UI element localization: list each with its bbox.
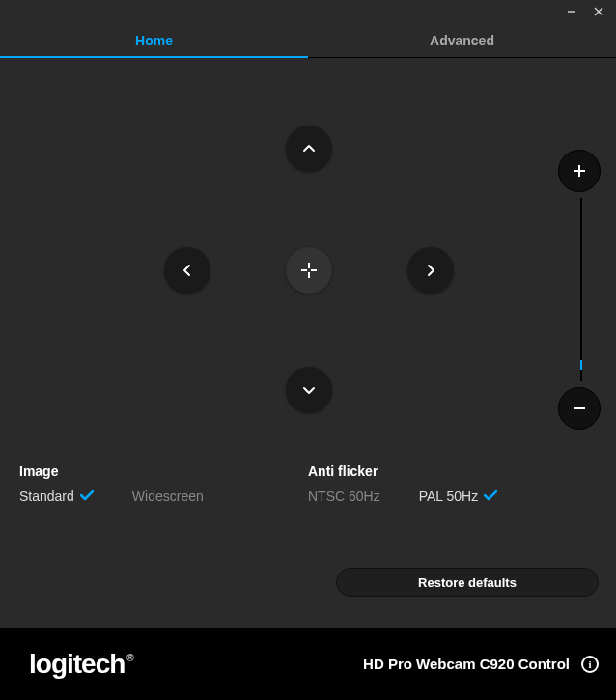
- main-panel: Image Standard Widescreen Anti flicker N…: [0, 58, 616, 628]
- option-text: NTSC 60Hz: [308, 489, 380, 504]
- pan-right-button[interactable]: [407, 247, 454, 294]
- antiflicker-group: Anti flicker NTSC 60Hz PAL 50Hz: [308, 463, 597, 504]
- brand-text: logitech: [29, 649, 125, 680]
- zoom-in-button[interactable]: [558, 150, 601, 192]
- check-icon: [80, 489, 94, 504]
- product-name: HD Pro Webcam C920 Control: [363, 656, 570, 672]
- footer-right: HD Pro Webcam C920 Control i: [363, 656, 599, 673]
- info-icon[interactable]: i: [581, 656, 599, 673]
- pan-center-button[interactable]: [286, 247, 332, 294]
- pan-down-button[interactable]: [286, 367, 332, 413]
- option-text: Widescreen: [132, 489, 204, 504]
- registered-mark: ®: [126, 653, 133, 663]
- minimize-button[interactable]: [558, 0, 585, 23]
- zoom-handle[interactable]: [580, 360, 590, 370]
- zoom-control: [558, 150, 604, 430]
- restore-defaults-button[interactable]: Restore defaults: [336, 568, 599, 597]
- antiflicker-option-pal[interactable]: PAL 50Hz: [419, 489, 497, 504]
- pan-control: [145, 126, 473, 454]
- brand-logo: logitech ®: [29, 649, 134, 680]
- close-button[interactable]: [585, 0, 612, 23]
- zoom-track[interactable]: [580, 198, 582, 381]
- options-row: Image Standard Widescreen Anti flicker N…: [19, 463, 597, 504]
- tab-home[interactable]: Home: [0, 23, 308, 57]
- zoom-out-button[interactable]: [558, 387, 601, 430]
- image-option-widescreen[interactable]: Widescreen: [132, 489, 204, 504]
- window-titlebar: [0, 0, 616, 23]
- tab-advanced[interactable]: Advanced: [308, 23, 616, 57]
- option-text: PAL 50Hz: [419, 489, 478, 504]
- pan-left-button[interactable]: [164, 247, 210, 294]
- option-text: Standard: [19, 489, 74, 504]
- tab-bar: Home Advanced: [0, 23, 616, 58]
- footer: logitech ® HD Pro Webcam C920 Control i: [0, 628, 616, 700]
- check-icon: [484, 489, 497, 504]
- antiflicker-label: Anti flicker: [308, 463, 597, 479]
- image-group: Image Standard Widescreen: [19, 463, 308, 504]
- image-label: Image: [19, 463, 308, 479]
- pan-up-button[interactable]: [286, 126, 332, 172]
- image-option-standard[interactable]: Standard: [19, 489, 94, 504]
- antiflicker-option-ntsc[interactable]: NTSC 60Hz: [308, 489, 380, 504]
